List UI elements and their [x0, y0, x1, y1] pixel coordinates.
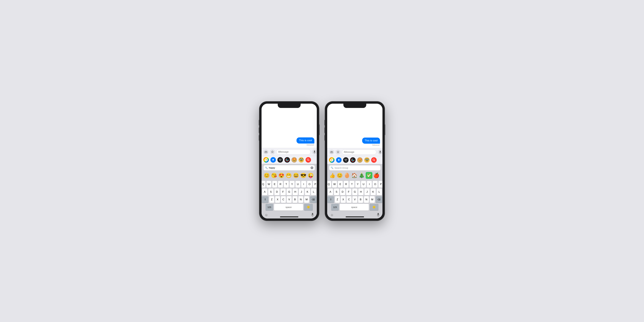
emoji-face-icon-right[interactable]: ☺	[330, 213, 334, 217]
key-a[interactable]: A	[262, 188, 267, 195]
key-b[interactable]: B	[292, 196, 298, 203]
emoji-result-4[interactable]: 😆	[293, 172, 300, 179]
search-app-left[interactable]	[306, 157, 311, 162]
key-l-r[interactable]: L	[377, 188, 382, 195]
message-input-left[interactable]	[276, 149, 311, 154]
key-j[interactable]: J	[299, 188, 304, 195]
applepay-app-left[interactable]: ApplePay	[278, 157, 283, 162]
key-d[interactable]: D	[274, 188, 280, 195]
emoji-result-r0[interactable]: 👍	[329, 172, 336, 179]
key-v-r[interactable]: V	[352, 196, 357, 203]
emoji-result-3[interactable]: 😁	[285, 172, 292, 179]
key-123-left[interactable]: 123	[266, 204, 273, 210]
emoji-result-r1[interactable]: 😊	[336, 172, 343, 179]
key-m-r[interactable]: M	[370, 196, 375, 203]
emoji-search-input-right[interactable]	[334, 166, 379, 169]
emoji-result-1[interactable]: 😘	[271, 172, 278, 179]
key-q[interactable]: Q	[262, 181, 266, 188]
emoji-clear-btn-left[interactable]: ✕	[310, 166, 313, 169]
key-t-r[interactable]: T	[350, 181, 354, 188]
key-space-right[interactable]: space	[340, 204, 369, 210]
key-x-r[interactable]: X	[341, 196, 346, 203]
key-o-r[interactable]: O	[373, 181, 378, 188]
emoji-search-bar-left[interactable]: 🔍 ✕	[263, 165, 315, 170]
emoji-result-2[interactable]: 😍	[278, 172, 285, 179]
key-w-r[interactable]: W	[332, 181, 337, 188]
memoji1-app-left[interactable]: 🤩	[292, 157, 297, 162]
key-backspace-left[interactable]: ⌫	[310, 196, 317, 203]
key-shift-left[interactable]: ⇧	[262, 196, 268, 203]
emoji-result-r4[interactable]: 🎄	[358, 172, 365, 179]
emoji-search-input-left[interactable]	[269, 166, 309, 169]
key-n-r[interactable]: N	[364, 196, 369, 203]
key-b-r[interactable]: B	[358, 196, 363, 203]
key-123-right[interactable]: 123	[331, 204, 339, 210]
key-r[interactable]: R	[278, 181, 283, 188]
emoji-result-r3[interactable]: 🏠	[351, 172, 358, 179]
photos-app-right[interactable]	[329, 157, 334, 163]
key-u[interactable]: U	[296, 181, 300, 188]
emoji-result-r6[interactable]: 🍎	[373, 172, 380, 179]
key-u-r[interactable]: U	[361, 181, 366, 188]
emoji-result-5[interactable]: 😎	[300, 172, 307, 179]
key-emoji-switch-left[interactable]: 🙂	[304, 204, 313, 210]
key-j-r[interactable]: J	[364, 188, 370, 195]
key-emoji-switch-right[interactable]: 🙂	[370, 204, 378, 210]
fitness-app-right[interactable]	[350, 157, 356, 163]
key-s-r[interactable]: S	[334, 188, 339, 195]
appstore-app-left[interactable]	[270, 157, 276, 162]
emoji-result-6[interactable]: 😜	[307, 172, 314, 179]
key-h-r[interactable]: H	[358, 188, 364, 195]
audio-button-right[interactable]	[378, 150, 382, 155]
key-k-r[interactable]: K	[370, 188, 376, 195]
key-e[interactable]: E	[272, 181, 277, 188]
camera-button-right[interactable]	[329, 150, 334, 155]
memoji2-app-right[interactable]: 🥸	[364, 157, 370, 163]
key-n[interactable]: N	[298, 196, 303, 203]
key-s[interactable]: S	[268, 188, 274, 195]
key-i[interactable]: I	[301, 181, 306, 188]
key-space-left[interactable]: space	[274, 204, 303, 210]
emoji-result-0[interactable]: 😊	[263, 172, 270, 179]
key-backspace-right[interactable]: ⌫	[376, 196, 382, 203]
appstore-button-left[interactable]	[270, 149, 275, 154]
message-input-right[interactable]	[342, 150, 376, 155]
key-i-r[interactable]: I	[367, 181, 372, 188]
key-t[interactable]: T	[284, 181, 289, 188]
emoji-result-r5[interactable]: ✅	[366, 172, 372, 179]
key-y-r[interactable]: Y	[355, 181, 360, 188]
fitness-app-left[interactable]	[284, 157, 290, 162]
key-c-r[interactable]: C	[346, 196, 352, 203]
key-f[interactable]: F	[280, 188, 286, 195]
key-w[interactable]: W	[266, 181, 271, 188]
key-e-r[interactable]: E	[338, 181, 343, 188]
search-app-right[interactable]	[371, 157, 377, 163]
key-m[interactable]: M	[304, 196, 309, 203]
camera-button-left[interactable]	[263, 149, 268, 154]
key-o[interactable]: O	[307, 181, 312, 188]
mic-icon-right[interactable]	[377, 213, 380, 217]
appstore-app-right[interactable]	[336, 157, 342, 163]
photos-app-left[interactable]	[263, 157, 269, 162]
key-z-r[interactable]: Z	[335, 196, 340, 203]
mic-icon-left[interactable]	[311, 213, 314, 217]
key-q-r[interactable]: Q	[327, 181, 331, 188]
key-a-r[interactable]: A	[328, 188, 333, 195]
emoji-face-icon-left[interactable]: ☺	[264, 213, 268, 217]
key-f-r[interactable]: F	[346, 188, 351, 195]
key-z[interactable]: Z	[269, 196, 274, 203]
key-k[interactable]: K	[305, 188, 310, 195]
key-d-r[interactable]: D	[340, 188, 345, 195]
key-g-r[interactable]: G	[352, 188, 358, 195]
key-g[interactable]: G	[286, 188, 292, 195]
key-x[interactable]: X	[275, 196, 280, 203]
memoji2-app-left[interactable]: 🥸	[298, 157, 304, 162]
key-shift-right[interactable]: ⇧	[327, 196, 334, 203]
audio-button-left[interactable]	[312, 149, 317, 154]
key-p-r[interactable]: P	[378, 181, 382, 188]
key-h[interactable]: H	[293, 188, 298, 195]
memoji1-app-right[interactable]: 🤩	[357, 157, 362, 163]
emoji-search-bar-right[interactable]: 🔍	[329, 165, 381, 170]
key-y[interactable]: Y	[290, 181, 294, 188]
applepay-app-right[interactable]: ApplePay	[343, 157, 348, 163]
